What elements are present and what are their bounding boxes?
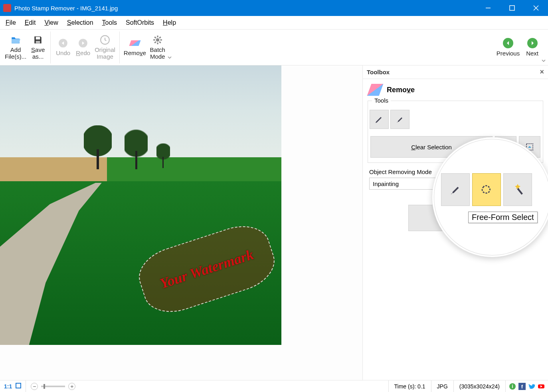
canvas[interactable]: Your Watermark <box>0 65 362 380</box>
svg-rect-24 <box>16 383 21 388</box>
original-image-button[interactable]: OriginalImage <box>93 34 117 61</box>
zoom-ratio[interactable]: 1:1 <box>4 383 12 390</box>
eraser-icon <box>130 38 140 48</box>
app-icon <box>3 4 11 12</box>
tools-label: Tools <box>372 97 391 104</box>
menu-file[interactable]: File <box>6 19 16 26</box>
save-icon <box>33 35 43 45</box>
content-area: Your Watermark Toolbox × Remove Tools Cl… <box>0 65 548 380</box>
status-dimensions: (3035x3024x24) <box>453 380 505 392</box>
facebook-icon[interactable]: f <box>518 383 526 390</box>
toolbox-panel: Toolbox × Remove Tools Clear Selection O… <box>362 65 548 380</box>
info-icon[interactable]: i <box>509 383 516 390</box>
svg-line-16 <box>154 42 156 43</box>
arrow-right-icon <box>527 38 538 48</box>
clock-icon <box>100 35 110 45</box>
photo-preview: Your Watermark <box>0 65 281 345</box>
twitter-icon[interactable] <box>528 383 535 390</box>
tool-brush[interactable] <box>390 110 410 129</box>
watermark-text: Your Watermark <box>158 246 256 292</box>
close-button[interactable] <box>524 0 548 16</box>
svg-line-14 <box>154 37 156 38</box>
statusbar: 1:1 − + Time (s): 0.1 JPG (3035x3024x24)… <box>0 380 548 392</box>
mag-tool-brush[interactable] <box>441 173 470 206</box>
toolbar: AddFile(s)... Saveas... Undo Redo Origin… <box>0 30 548 65</box>
status-time: Time (s): 0.1 <box>388 380 431 392</box>
menu-selection[interactable]: Selection <box>67 19 93 26</box>
svg-rect-5 <box>36 41 40 44</box>
tooltip: Free-Form Select <box>468 212 538 223</box>
fit-screen-icon[interactable] <box>15 382 22 390</box>
svg-line-20 <box>518 188 522 194</box>
mag-tool-freeform-select[interactable] <box>472 173 501 206</box>
menu-tools[interactable]: Tools <box>102 19 117 26</box>
svg-rect-1 <box>510 6 514 10</box>
remove-button[interactable]: Remove <box>122 37 148 57</box>
toolbar-overflow-icon[interactable] <box>168 54 172 61</box>
minimize-button[interactable] <box>476 0 500 16</box>
zoom-out-button[interactable]: − <box>31 383 38 390</box>
svg-text:i: i <box>512 384 513 389</box>
panel-title: Toolbox <box>367 69 390 75</box>
svg-point-9 <box>156 38 159 42</box>
zoom-slider[interactable]: − + <box>26 383 80 390</box>
menu-edit[interactable]: Edit <box>25 19 36 26</box>
panel-header: Toolbox × <box>363 65 548 79</box>
eraser-icon <box>367 84 384 96</box>
youtube-icon[interactable] <box>538 383 545 390</box>
svg-line-15 <box>159 42 160 43</box>
toolbar-overflow-right-icon[interactable] <box>542 57 546 64</box>
arrow-left-icon <box>503 38 513 48</box>
previous-button[interactable]: Previous <box>493 37 523 57</box>
svg-line-17 <box>159 37 160 38</box>
svg-text:f: f <box>521 384 523 390</box>
panel-close-icon[interactable]: × <box>540 68 544 76</box>
menubar: File Edit View Selection Tools SoftOrbit… <box>0 16 548 30</box>
next-button[interactable]: Next <box>523 37 542 57</box>
titlebar: Photo Stamp Remover - IMG_2141.jpg <box>0 0 548 16</box>
magnifier-overlay: Free-Form Select <box>432 137 548 257</box>
zoom-in-button[interactable]: + <box>68 383 75 390</box>
window-title: Photo Stamp Remover - IMG_2141.jpg <box>14 5 476 12</box>
undo-icon <box>58 38 68 48</box>
gear-icon <box>152 35 163 45</box>
svg-rect-4 <box>36 37 40 40</box>
redo-button[interactable]: Redo <box>73 37 93 57</box>
menu-view[interactable]: View <box>44 19 58 26</box>
save-as-button[interactable]: Saveas... <box>28 34 48 61</box>
menu-softorbits[interactable]: SoftOrbits <box>126 19 154 26</box>
redo-icon <box>78 38 88 48</box>
status-format: JPG <box>431 380 453 392</box>
maximize-button[interactable] <box>500 0 524 16</box>
add-files-button[interactable]: AddFile(s)... <box>3 34 28 61</box>
undo-button[interactable]: Undo <box>53 37 73 57</box>
folder-open-icon <box>10 35 21 45</box>
menu-help[interactable]: Help <box>163 19 176 26</box>
tool-pencil[interactable] <box>370 110 389 129</box>
batch-mode-button[interactable]: BatchMode <box>148 34 168 61</box>
mag-tool-magic-wand[interactable] <box>503 173 532 206</box>
zoom-track[interactable] <box>41 386 65 387</box>
